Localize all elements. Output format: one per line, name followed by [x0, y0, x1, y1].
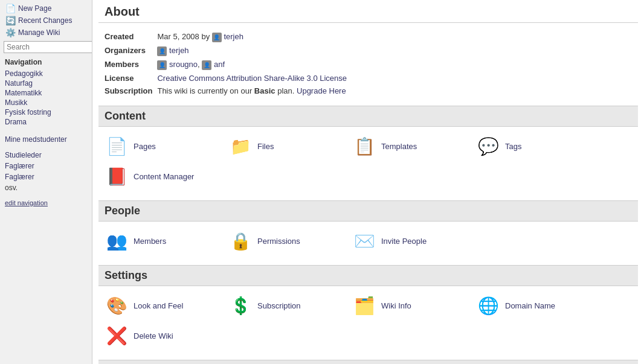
settings-grid: 🎨 Look and Feel 💲 Subscription 🗂️ Wiki I… — [98, 291, 638, 354]
content-manager-link[interactable]: Content Manager — [134, 172, 194, 181]
nav-item-naturfag[interactable]: Naturfag — [5, 78, 87, 88]
content-grid: 📄 Pages 📁 Files 📋 Templates 💬 Tags 📕 Con… — [98, 132, 638, 194]
domain-name-link[interactable]: Domain Name — [505, 301, 555, 310]
nav-item-drama[interactable]: Drama — [5, 117, 87, 127]
settings-section-header: Settings — [98, 265, 638, 286]
people-item-permissions[interactable]: 🔒 Permissions — [228, 229, 346, 253]
pages-icon: 📄 — [105, 134, 129, 158]
recent-changes-link[interactable]: Recent Changes — [18, 16, 72, 25]
content-item-tags[interactable]: 💬 Tags — [476, 134, 594, 158]
nav-item-mine-medstudenter[interactable]: Mine medstudenter — [0, 133, 92, 145]
license-value: Creative Commons Attribution Share-Alike… — [157, 72, 352, 85]
files-link[interactable]: Files — [257, 142, 274, 151]
pages-link[interactable]: Pages — [134, 142, 156, 151]
manage-wiki-icon: ⚙️ — [5, 28, 16, 37]
permissions-icon: 🔒 — [228, 229, 253, 253]
files-icon: 📁 — [228, 134, 253, 158]
delete-wiki-link[interactable]: Delete Wiki — [134, 331, 173, 340]
subscription-value: This wiki is currently on our Basic plan… — [157, 85, 352, 97]
nav-item-fysisk-fostring[interactable]: Fysisk fostring — [5, 107, 87, 117]
wiki-info-icon: 🗂️ — [352, 293, 376, 318]
organizers-label: Organizers — [105, 44, 157, 58]
about-table: Created Mar 5, 2008 by 👤 terjeh Organize… — [98, 28, 638, 100]
created-value: Mar 5, 2008 by 👤 terjeh — [157, 30, 352, 44]
member1-link[interactable]: srougno — [169, 60, 198, 69]
about-license-row: License Creative Commons Attribution Sha… — [105, 72, 352, 85]
edit-navigation-link[interactable]: edit navigation — [0, 197, 92, 209]
settings-item-look-and-feel[interactable]: 🎨 Look and Feel — [105, 293, 222, 318]
permissions-link[interactable]: Permissions — [257, 237, 300, 246]
invite-people-icon: ✉️ — [352, 229, 376, 253]
people-item-invite[interactable]: ✉️ Invite People — [352, 229, 470, 253]
subscription-link[interactable]: Subscription — [257, 301, 301, 310]
organizers-value: 👤 terjeh — [157, 44, 352, 58]
people-item-members[interactable]: 👥 Members — [105, 229, 222, 253]
templates-icon: 📋 — [352, 134, 376, 158]
invite-people-link[interactable]: Invite People — [381, 237, 427, 246]
wiki-info-link[interactable]: Wiki Info — [381, 301, 411, 310]
about-organizers-row: Organizers 👤 terjeh — [105, 44, 352, 58]
sidebar-item-recent-changes[interactable]: 🔄 Recent Changes — [0, 14, 92, 27]
osv-label: osv. — [0, 182, 92, 193]
subscription-label: Subscription — [105, 85, 157, 97]
sidebar-item-new-page[interactable]: 📄 New Page — [0, 2, 92, 14]
member2-link[interactable]: anf — [214, 60, 225, 69]
look-and-feel-link[interactable]: Look and Feel — [134, 301, 183, 310]
content-item-files[interactable]: 📁 Files — [228, 134, 346, 158]
created-user-link[interactable]: terjeh — [224, 32, 243, 41]
settings-item-subscription[interactable]: 💲 Subscription — [228, 293, 346, 318]
license-label: License — [105, 72, 157, 85]
search-bar: ➤ — [0, 39, 92, 56]
delete-wiki-icon: ❌ — [105, 324, 129, 348]
tags-link[interactable]: Tags — [505, 142, 521, 151]
settings-item-wiki-info[interactable]: 🗂️ Wiki Info — [352, 293, 470, 318]
templates-link[interactable]: Templates — [381, 142, 417, 151]
tools-section-header: Tools — [98, 360, 638, 364]
organizer-link[interactable]: terjeh — [169, 46, 189, 55]
upgrade-link[interactable]: Upgrade Here — [297, 86, 346, 95]
member1-icon: 👤 — [157, 60, 167, 70]
new-page-link[interactable]: New Page — [18, 4, 51, 13]
organizer-user-icon: 👤 — [157, 46, 167, 56]
nav-item-matematikk[interactable]: Matematikk — [5, 88, 87, 98]
sidebar: 📄 New Page 🔄 Recent Changes ⚙️ Manage Wi… — [0, 0, 92, 364]
navigation-label: Navigation — [0, 56, 92, 68]
search-input[interactable] — [4, 41, 92, 53]
content-item-templates[interactable]: 📋 Templates — [352, 134, 470, 158]
content-item-pages[interactable]: 📄 Pages — [105, 134, 222, 158]
settings-item-delete-wiki[interactable]: ❌ Delete Wiki — [105, 324, 222, 348]
created-label: Created — [105, 30, 157, 44]
content-manager-icon: 📕 — [105, 164, 129, 188]
nav-item-musikk[interactable]: Musikk — [5, 98, 87, 107]
domain-name-icon: 🌐 — [476, 293, 500, 318]
settings-item-domain-name[interactable]: 🌐 Domain Name — [476, 293, 594, 318]
tags-icon: 💬 — [476, 134, 500, 158]
sidebar-item-manage-wiki[interactable]: ⚙️ Manage Wiki — [0, 27, 92, 39]
members-value: 👤 srougno, 👤 anf — [157, 58, 352, 72]
about-title: About — [98, 0, 638, 23]
nav-item-pedagogikk[interactable]: Pedagogikk — [5, 69, 87, 78]
people-section-header: People — [98, 200, 638, 222]
people-grid: 👥 Members 🔒 Permissions ✉️ Invite People — [98, 226, 638, 259]
about-created-row: Created Mar 5, 2008 by 👤 terjeh — [105, 30, 352, 44]
look-and-feel-icon: 🎨 — [105, 293, 129, 318]
members-icon: 👥 — [105, 229, 129, 253]
content-item-content-manager[interactable]: 📕 Content Manager — [105, 164, 222, 188]
subscription-icon: 💲 — [228, 293, 253, 318]
nav-item-faglarer2[interactable]: Faglærer — [0, 171, 92, 182]
main-content: About Created Mar 5, 2008 by 👤 terjeh Or… — [92, 0, 644, 364]
subscription-plan: Basic — [254, 86, 275, 95]
about-members-row: Members 👤 srougno, 👤 anf — [105, 58, 352, 72]
about-subscription-row: Subscription This wiki is currently on o… — [105, 85, 352, 97]
nav-item-faglarer1[interactable]: Faglærer — [0, 161, 92, 171]
new-page-icon: 📄 — [5, 4, 16, 13]
manage-wiki-link[interactable]: Manage Wiki — [18, 28, 60, 37]
created-user-icon: 👤 — [212, 33, 222, 42]
content-section-header: Content — [98, 106, 638, 127]
members-link[interactable]: Members — [134, 237, 166, 246]
member2-icon: 👤 — [202, 60, 211, 70]
recent-changes-icon: 🔄 — [5, 16, 16, 25]
nav-item-studieleder[interactable]: Studieleder — [0, 150, 92, 161]
license-link[interactable]: Creative Commons Attribution Share-Alike… — [157, 74, 347, 83]
members-label: Members — [105, 58, 157, 72]
